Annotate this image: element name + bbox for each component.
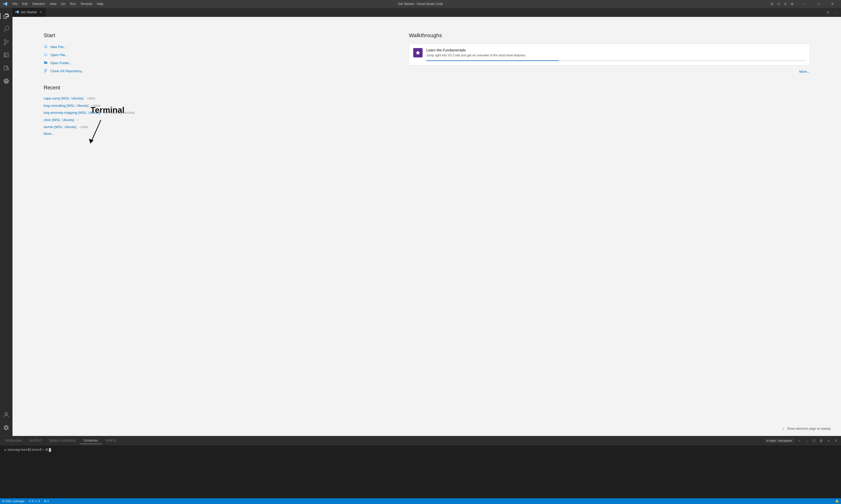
main-content: Get Started ✕ ⧉ ··· Terminal — [0, 8, 841, 436]
recent-path-2: /home/launagreer/clinic — [103, 111, 135, 114]
recent-section: Recent capp-camp [WSL: Ubuntu] ~/clinic … — [44, 85, 378, 136]
activity-bar-item-run[interactable] — [0, 49, 13, 61]
menu-edit[interactable]: Edit — [20, 1, 30, 7]
panel-tab-output[interactable]: OUTPUT — [26, 437, 45, 444]
recent-item-1: bog-consulting [WSL: Ubuntu] ~/clinic — [44, 103, 378, 108]
recent-more-link[interactable]: More... — [44, 132, 378, 136]
recent-item-3: clinic [WSL: Ubuntu] ~ — [44, 118, 378, 123]
tab-actions: ⧉ ··· — [825, 9, 841, 15]
activity-bar-item-explorer[interactable] — [0, 10, 13, 22]
menu-selection[interactable]: Selection — [30, 1, 47, 7]
panel-layout-button[interactable]: ⊡ — [811, 437, 817, 444]
activity-bar-item-accounts[interactable] — [0, 408, 13, 421]
remote-icon: ⇄ — [2, 500, 4, 503]
layout-split[interactable]: ⊟ — [782, 1, 788, 7]
new-file-label: New File... — [50, 45, 66, 49]
walkthrough-progress-0 — [426, 60, 805, 61]
layout-editor-layout[interactable]: ⊞ — [769, 1, 775, 7]
menu-view[interactable]: View — [48, 1, 58, 7]
warning-icon: ⚠ — [35, 500, 37, 503]
app-layout: Get Started ✕ ⧉ ··· Terminal — [0, 8, 841, 504]
status-ports[interactable]: ⇅ 0 — [42, 498, 51, 504]
welcome-checkbox-label[interactable]: Show welcome page on startup — [787, 427, 830, 431]
panel-area: PROBLEMS OUTPUT DEBUG CONSOLE TERMINAL P… — [0, 436, 841, 498]
warning-count: 0 — [38, 500, 40, 503]
recent-path-4: ~/clinic — [79, 125, 88, 129]
kill-terminal-button[interactable]: 🗑 — [818, 437, 824, 444]
panel-tab-ports[interactable]: PORTS — [103, 437, 119, 444]
menu-help[interactable]: Help — [95, 1, 106, 7]
panel-actions: ⊳ bash - launagreer + ⌵ ⊡ 🗑 ∧ ✕ — [765, 437, 839, 444]
activity-bar-bottom — [0, 408, 13, 434]
recent-name-2[interactable]: bog-anomaly-mapping [WSL: Ubuntu] — [44, 111, 100, 114]
clone-git-link[interactable]: Clone Git Repository... — [44, 68, 378, 74]
status-remote[interactable]: ⇄ SSH: uchicago — [0, 498, 26, 504]
get-started-columns: Start New File... — [44, 33, 810, 136]
split-terminal-button[interactable]: ⌵ — [804, 437, 810, 444]
menu-go[interactable]: Go — [59, 1, 67, 7]
activity-bar-item-remote-explorer[interactable] — [0, 75, 13, 87]
svg-marker-1 — [89, 139, 93, 143]
walkthroughs-more-link[interactable]: More... — [409, 70, 810, 73]
recent-name-0[interactable]: capp-camp [WSL: Ubuntu] — [44, 96, 83, 100]
tab-close-button[interactable]: ✕ — [39, 10, 43, 14]
status-errors[interactable]: ✕ 0 ⚠ 0 — [26, 498, 42, 504]
panel-tab-debug-console[interactable]: DEBUG CONSOLE — [46, 437, 79, 444]
recent-title: Recent — [44, 85, 378, 91]
walkthrough-icon-0 — [413, 48, 423, 57]
walkthrough-card-0[interactable]: Learn the Fundamentals Jump right into V… — [409, 44, 810, 66]
activity-bar-item-search[interactable] — [0, 23, 13, 35]
clone-git-label: Clone Git Repository... — [50, 69, 84, 73]
recent-name-3[interactable]: clinic [WSL: Ubuntu] — [44, 118, 74, 122]
titlebar: File Edit Selection View Go Run Terminal… — [0, 0, 841, 8]
tab-bar: Get Started ✕ ⧉ ··· — [13, 8, 841, 17]
walkthrough-content-0: Learn the Fundamentals Jump right into V… — [426, 48, 805, 61]
recent-path-0: ~/clinic — [86, 97, 95, 100]
start-title: Start — [44, 33, 378, 38]
open-folder-icon — [44, 61, 48, 65]
menu-run[interactable]: Run — [68, 1, 78, 7]
terminal-prompt-text: launagreer@linux5:~$ — [7, 448, 48, 452]
activity-bar-item-source-control[interactable] — [0, 36, 13, 48]
panel-tab-bar: PROBLEMS OUTPUT DEBUG CONSOLE TERMINAL P… — [0, 436, 841, 445]
add-terminal-button[interactable]: + — [796, 437, 803, 444]
recent-name-1[interactable]: bog-consulting [WSL: Ubuntu] — [44, 104, 89, 108]
panel-tab-problems[interactable]: PROBLEMS — [2, 437, 25, 444]
bell-icon: 🔔 — [835, 500, 839, 503]
activity-bar-item-extensions[interactable] — [0, 62, 13, 74]
remote-label: SSH: uchicago — [5, 500, 24, 503]
minimize-button[interactable]: ─ — [799, 0, 810, 8]
panel-tab-terminal[interactable]: TERMINAL — [80, 437, 102, 444]
split-editor-button[interactable]: ⧉ — [825, 9, 831, 15]
tab-get-started[interactable]: Get Started ✕ — [13, 8, 46, 17]
layout-customize[interactable]: ⊠ — [789, 1, 795, 7]
close-panel-button[interactable]: ✕ — [833, 437, 839, 444]
recent-path-1: ~/clinic — [91, 104, 101, 108]
close-button[interactable]: ✕ — [826, 0, 838, 8]
layout-zen[interactable]: ⊡ — [775, 1, 782, 7]
window-title: Get Started - Visual Studio Code — [398, 2, 443, 6]
menu-bar: File Edit Selection View Go Run Terminal… — [3, 1, 105, 7]
recent-name-4[interactable]: womin [WSL: Ubuntu] — [44, 125, 76, 129]
menu-terminal[interactable]: Terminal — [78, 1, 94, 7]
new-file-link[interactable]: New File... — [44, 44, 378, 50]
terminal-cursor — [49, 448, 51, 452]
maximize-button[interactable]: □ — [812, 0, 824, 8]
status-notifications[interactable]: 🔔 — [833, 498, 841, 504]
status-left: ⇄ SSH: uchicago ✕ 0 ⚠ 0 ⇅ 0 — [0, 498, 51, 504]
status-bar: ⇄ SSH: uchicago ✕ 0 ⚠ 0 ⇅ 0 🔔 — [0, 498, 841, 504]
recent-item-2: bog-anomaly-mapping [WSL: Ubuntu] /home/… — [44, 110, 378, 115]
clone-git-icon — [44, 69, 48, 73]
walkthrough-desc-0: Jump right into VS Code and get an overv… — [426, 53, 805, 58]
more-actions-button[interactable]: ··· — [832, 9, 838, 15]
open-file-link[interactable]: Open File... — [44, 52, 378, 58]
recent-item-0: capp-camp [WSL: Ubuntu] ~/clinic — [44, 96, 378, 101]
terminal-name-badge: ⊳ bash - launagreer — [765, 438, 794, 443]
maximize-panel-button[interactable]: ∧ — [825, 437, 831, 444]
open-file-label: Open File... — [50, 53, 68, 57]
terminal-content[interactable]: launagreer@linux5:~$ — [0, 445, 841, 498]
menu-file[interactable]: File — [11, 1, 19, 7]
start-section: Start New File... — [44, 33, 378, 136]
open-folder-link[interactable]: Open Folder... — [44, 60, 378, 66]
activity-bar-item-settings[interactable] — [0, 421, 13, 434]
